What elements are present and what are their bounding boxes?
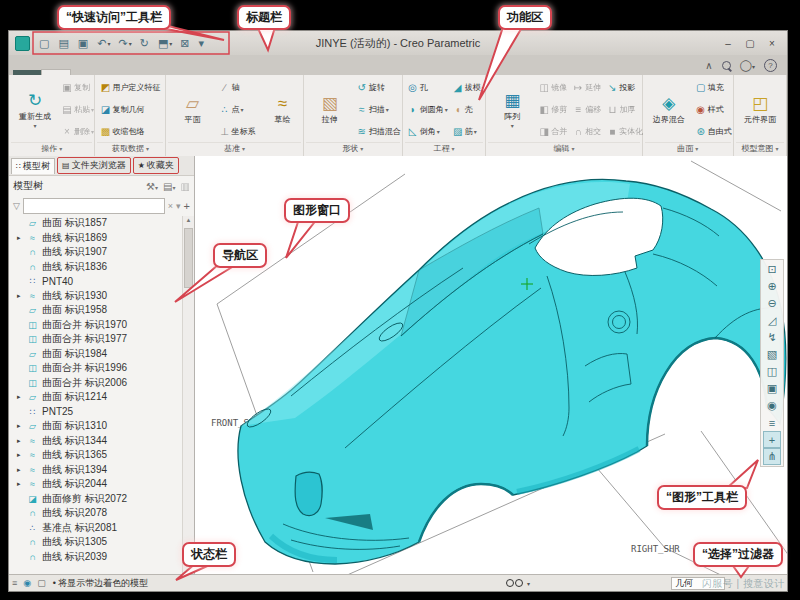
zoom-out-icon[interactable]: ⊖	[763, 295, 781, 312]
find-icon[interactable]: ▾	[506, 579, 530, 587]
tree-scrollbar[interactable]: ▲ ▼	[182, 216, 194, 575]
ribbon-group-label[interactable]: 编辑▾	[488, 142, 639, 156]
maximize-button[interactable]: ▢	[741, 38, 759, 49]
ribbon-button[interactable]: ◧ 修剪	[536, 98, 570, 120]
tree-item[interactable]: ∩ 曲线 标识1305	[9, 535, 183, 550]
ribbon-button[interactable]: ◫ 镜像	[536, 76, 570, 98]
ribbon-group-label[interactable]: 模型意图▾	[736, 142, 784, 156]
expand-icon[interactable]: ▸	[17, 451, 26, 459]
annotation-display-icon[interactable]: ≡	[763, 414, 781, 431]
open-file-icon[interactable]: ▤	[55, 36, 72, 51]
datum-display-icon[interactable]: ◉	[763, 397, 781, 414]
expand-icon[interactable]: ▸	[17, 466, 26, 474]
ribbon-button[interactable]: ◺ 倒角 ▾	[405, 120, 450, 142]
ribbon-group-label[interactable]: 工程▾	[405, 142, 484, 156]
ribbon-button[interactable]: ↻ 重新生成 ▾	[11, 76, 59, 142]
tree-item[interactable]: ◪ 曲面修剪 标识2072	[9, 492, 183, 507]
navigator-tab[interactable]: ∷模型树	[11, 158, 55, 174]
scrollbar-thumb[interactable]	[184, 228, 193, 288]
ribbon-button[interactable]: ◗ 倒圆角 ▾	[405, 98, 450, 120]
ribbon-button[interactable]: ▧ 拉伸	[306, 76, 354, 142]
ribbon-button[interactable]: ◎ 孔	[405, 76, 450, 98]
ribbon-button[interactable]: ◩ 用户定义特征	[97, 76, 163, 98]
zoom-in-icon[interactable]: ⊕	[763, 278, 781, 295]
tree-item[interactable]: ∷ PNT40	[9, 274, 183, 289]
tree-item[interactable]: ▱ 曲面 标识1857	[9, 216, 183, 231]
tree-filter-input[interactable]	[23, 198, 165, 214]
tree-columns-icon[interactable]: ▥	[181, 181, 190, 192]
ribbon-button[interactable]: ≈ 扫描 ▾	[354, 98, 404, 120]
ribbon-button[interactable]: ▩ 收缩包络	[97, 120, 163, 142]
ribbon-button[interactable]: ◪ 复制几何	[97, 98, 163, 120]
redo-icon[interactable]: ↷▾	[115, 36, 134, 51]
ribbon-button[interactable]: ≋ 扫描混合	[354, 120, 404, 142]
tree-item[interactable]: ▸ ≈ 曲线 标识1930	[9, 289, 183, 304]
tree-item[interactable]: ∷ PNT25	[9, 405, 183, 420]
tree-item[interactable]: ◫ 曲面合并 标识1970	[9, 318, 183, 333]
tree-item[interactable]: ▸ ≈ 曲线 标识1394	[9, 463, 183, 478]
ribbon-button[interactable]: ◉ 样式	[693, 98, 735, 120]
navigator-tab[interactable]: ▤文件夹浏览器	[57, 157, 131, 174]
tree-settings-icon[interactable]: ⚒▾	[146, 181, 158, 192]
tree-item[interactable]: ▱ 曲面 标识1984	[9, 347, 183, 362]
regenerate-icon[interactable]: ↻	[137, 36, 153, 51]
ribbon-button[interactable]: ↦ 延伸	[570, 76, 604, 98]
ribbon-group-label[interactable]: 操作▾	[11, 142, 92, 156]
tree-item[interactable]: ▸ ≈ 曲线 标识1365	[9, 448, 183, 463]
new-file-icon[interactable]: ▢	[36, 36, 53, 51]
tree-item[interactable]: ▸ ≈ 曲线 标识2044	[9, 477, 183, 492]
expand-icon[interactable]: ▸	[17, 437, 26, 445]
ribbon-group-label[interactable]: 形状▾	[306, 142, 400, 156]
tree-item[interactable]: ◫ 曲面合并 标识1977	[9, 332, 183, 347]
ribbon-button[interactable]: ▱ 平面	[168, 76, 216, 142]
tree-item[interactable]: ∩ 曲线 标识2039	[9, 550, 183, 565]
close-window-icon[interactable]: ⊠	[177, 36, 193, 51]
nav-toggle-icon[interactable]: ≡	[12, 578, 17, 588]
expand-icon[interactable]: ▸	[17, 393, 26, 401]
help-icon[interactable]: ?	[764, 59, 777, 72]
close-button[interactable]: ×	[763, 38, 781, 49]
tree-item[interactable]: ▸ ≈ 曲线 标识1869	[9, 231, 183, 246]
tree-item[interactable]: ▸ ▱ 曲面 标识1214	[9, 390, 183, 405]
save-icon[interactable]: ▣	[75, 36, 92, 51]
ribbon-button[interactable]: ∴ 点 ▾	[216, 98, 258, 120]
minimize-ribbon-icon[interactable]: ∧	[705, 60, 712, 71]
ribbon-group-label[interactable]: 曲面▾	[645, 142, 731, 156]
navigator-tab[interactable]: ★收藏夹	[133, 157, 179, 174]
ribbon-group-label[interactable]: 获取数据▾	[97, 142, 163, 156]
tree-item[interactable]: ◫ 曲面合并 标识1996	[9, 361, 183, 376]
filter-caret-icon[interactable]: ▾	[176, 201, 181, 211]
tree-show-icon[interactable]: ▤▾	[163, 181, 175, 192]
ribbon-button[interactable]: ◨ 合并	[536, 120, 570, 142]
minimize-button[interactable]: –	[719, 38, 737, 49]
expand-icon[interactable]: ▸	[17, 422, 26, 430]
ribbon-button[interactable]: × 删除 ▾	[59, 120, 96, 142]
tree-item[interactable]: ∩ 曲线 标识2078	[9, 506, 183, 521]
view-manager-icon[interactable]: ▣	[763, 380, 781, 397]
windows-icon[interactable]: ⬒▾	[155, 36, 175, 51]
undo-icon[interactable]: ↶▾	[94, 36, 113, 51]
ribbon-button[interactable]: ≈ 草绘	[258, 76, 306, 142]
filter-clear-icon[interactable]: ×	[168, 201, 173, 211]
accessory-window-icon[interactable]: ▢	[37, 578, 46, 588]
tree-item[interactable]: ∴ 基准点 标识2081	[9, 521, 183, 536]
ribbon-button[interactable]: ∩ 相交	[570, 120, 604, 142]
ribbon-button[interactable]: ▣ 复制	[59, 76, 96, 98]
ribbon-button[interactable]: ⊛ 自由式	[693, 120, 735, 142]
tree-item[interactable]: ▱ 曲面 标识1958	[9, 303, 183, 318]
tree-item[interactable]: ∩ 曲线 标识1836	[9, 260, 183, 275]
ribbon-button[interactable]: ↺ 旋转	[354, 76, 404, 98]
ribbon-button[interactable]: ◰ 元件界面	[736, 76, 784, 142]
ribbon-button[interactable]: ◖ 壳	[450, 98, 487, 120]
customize-toolbar-icon[interactable]: ▾	[196, 36, 209, 51]
ribbon-button[interactable]: ↘ 投影	[604, 76, 646, 98]
expand-icon[interactable]: ▸	[17, 480, 26, 488]
ribbon-button[interactable]: ◈ 边界混合	[645, 76, 693, 142]
resource-center-icon[interactable]: ◯▾	[740, 59, 755, 72]
ribbon-button[interactable]: ■ 实体化	[604, 120, 646, 142]
tree-item[interactable]: ▸ ≈ 曲线 标识1344	[9, 434, 183, 449]
filter-add-icon[interactable]: +	[184, 200, 190, 212]
ribbon-button[interactable]: ▤ 粘贴 ▾	[59, 98, 96, 120]
tree-item[interactable]: ▸ ▱ 曲面 标识1310	[9, 419, 183, 434]
spin-center-icon[interactable]: +	[763, 431, 781, 448]
